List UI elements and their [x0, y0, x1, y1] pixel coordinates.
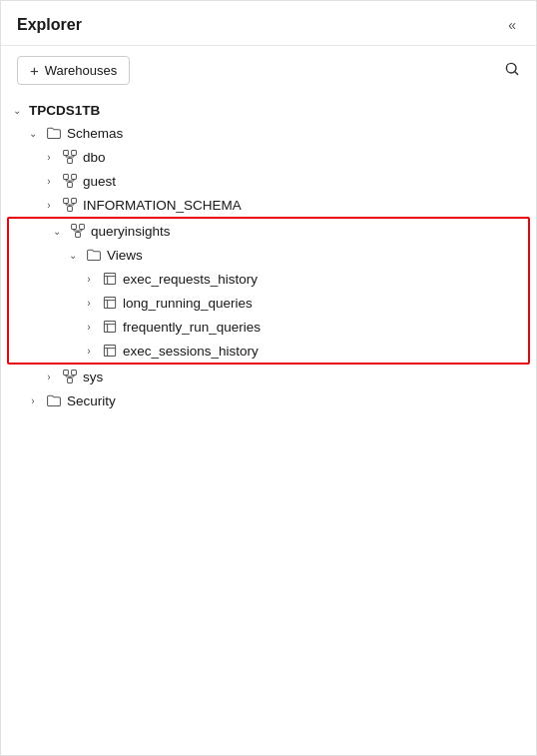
tree-item-long-running-queries[interactable]: › long_running_queries — [9, 291, 528, 315]
folder-icon — [45, 124, 63, 142]
tree-item-schemas[interactable]: ⌄ Schemas — [1, 121, 536, 145]
view-icon — [101, 270, 119, 288]
svg-rect-39 — [104, 345, 115, 356]
svg-rect-30 — [104, 273, 115, 284]
svg-rect-2 — [64, 151, 69, 156]
chevron-right-icon: › — [81, 343, 97, 359]
database-label: TPCDS1TB — [29, 103, 100, 118]
tree-container: ⌄ TPCDS1TB ⌄ Schemas › — [1, 95, 536, 755]
chevron-right-icon: › — [25, 392, 41, 408]
chevron-right-icon: › — [41, 173, 57, 189]
search-button[interactable] — [504, 61, 520, 81]
svg-line-1 — [515, 71, 518, 74]
chevron-right-icon: › — [41, 197, 57, 213]
schema-icon — [61, 148, 79, 166]
tree-item-dbo[interactable]: › dbo — [1, 145, 536, 169]
chevron-down-icon: ⌄ — [25, 125, 41, 141]
svg-rect-23 — [72, 225, 77, 230]
chevron-right-icon: › — [81, 271, 97, 287]
chevron-right-icon: › — [81, 295, 97, 311]
chevron-down-icon: ⌄ — [9, 102, 25, 118]
svg-rect-3 — [72, 151, 77, 156]
schema-icon — [61, 196, 79, 214]
tree-item-views[interactable]: ⌄ Views — [9, 243, 528, 267]
queryinsights-label: queryinsights — [91, 224, 171, 239]
svg-rect-17 — [72, 199, 77, 204]
tree-item-security[interactable]: › Security — [1, 388, 536, 412]
add-warehouses-label: Warehouses — [45, 63, 118, 78]
chevron-right-icon: › — [41, 369, 57, 384]
svg-rect-16 — [64, 199, 69, 204]
tree-item-tpcds1tb[interactable]: ⌄ TPCDS1TB — [1, 99, 536, 121]
frequently-run-queries-label: frequently_run_queries — [123, 320, 261, 335]
chevron-down-icon: ⌄ — [65, 247, 81, 263]
views-label: Views — [107, 248, 143, 263]
chevron-right-icon: › — [41, 149, 57, 165]
schema-icon — [61, 368, 79, 385]
svg-rect-42 — [64, 371, 69, 376]
exec-requests-history-label: exec_requests_history — [123, 272, 258, 287]
folder-icon — [85, 246, 103, 264]
chevron-right-icon: › — [81, 319, 97, 335]
explorer-panel: Explorer « + Warehouses ⌄ TPCDS1TB ⌄ — [0, 0, 537, 756]
highlight-box: ⌄ queryinsights ⌄ — [7, 217, 530, 365]
view-icon — [101, 342, 119, 360]
svg-rect-24 — [80, 225, 85, 230]
view-icon — [101, 294, 119, 312]
plus-icon: + — [30, 62, 39, 79]
folder-icon — [45, 391, 63, 409]
schema-icon — [69, 222, 87, 240]
exec-sessions-history-label: exec_sessions_history — [123, 344, 259, 359]
svg-rect-44 — [68, 378, 73, 383]
tree-item-sys[interactable]: › sys — [1, 365, 536, 388]
information-schema-label: INFORMATION_SCHEMA — [83, 198, 242, 213]
tree-item-guest[interactable]: › guest — [1, 169, 536, 193]
schemas-label: Schemas — [67, 126, 123, 141]
explorer-header: Explorer « — [1, 1, 536, 46]
toolbar: + Warehouses — [1, 46, 536, 95]
tree-item-frequently-run-queries[interactable]: › frequently_run_queries — [9, 315, 528, 339]
search-icon — [504, 61, 520, 77]
svg-rect-43 — [72, 371, 77, 376]
sys-label: sys — [83, 370, 103, 384]
schema-icon — [61, 172, 79, 190]
tree-item-exec-sessions-history[interactable]: › exec_sessions_history — [9, 339, 528, 363]
tree-item-exec-requests-history[interactable]: › exec_requests_history — [9, 267, 528, 291]
security-label: Security — [67, 393, 116, 408]
view-icon — [101, 318, 119, 336]
svg-rect-25 — [76, 233, 81, 238]
tree-item-information-schema[interactable]: › INFORMATION_SCHEMA — [1, 193, 536, 217]
svg-rect-36 — [104, 321, 115, 332]
svg-rect-18 — [68, 207, 73, 212]
svg-rect-9 — [64, 175, 69, 180]
svg-rect-10 — [72, 175, 77, 180]
guest-label: guest — [83, 174, 116, 189]
svg-rect-33 — [104, 297, 115, 308]
explorer-title: Explorer — [17, 16, 82, 34]
dbo-label: dbo — [83, 150, 106, 165]
svg-rect-4 — [68, 159, 73, 164]
add-warehouses-button[interactable]: + Warehouses — [17, 56, 130, 85]
collapse-button[interactable]: « — [504, 15, 520, 35]
long-running-queries-label: long_running_queries — [123, 296, 253, 311]
chevron-down-icon: ⌄ — [49, 223, 65, 239]
svg-rect-11 — [68, 183, 73, 188]
tree-item-queryinsights[interactable]: ⌄ queryinsights — [9, 219, 528, 243]
